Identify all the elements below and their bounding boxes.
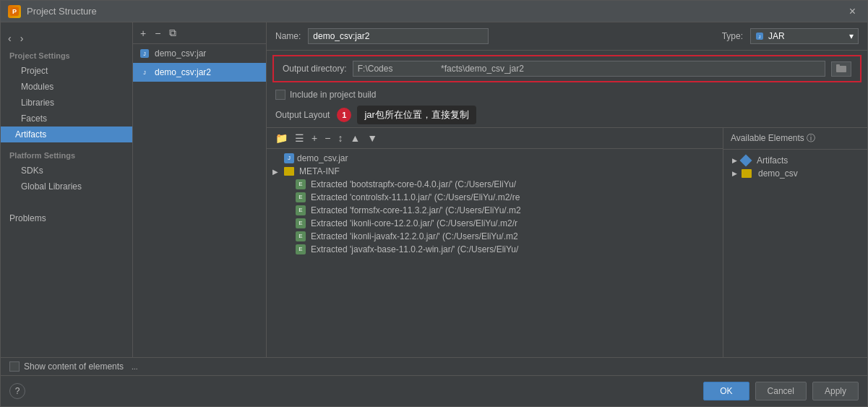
bottom-bar: Show content of elements ... ? OK Cancel… (1, 357, 867, 406)
show-content-row: Show content of elements ... (1, 358, 867, 376)
include-row: Include in project build (267, 87, 867, 103)
output-dir-row: Output directory: (272, 55, 861, 82)
tree-label-extract-0: Extracted 'bootstrapfx-core-0.4.0.jar/' … (311, 179, 516, 189)
tree-label-extract-2: Extracted 'formsfx-core-11.3.2.jar/' (C:… (311, 205, 521, 215)
output-toolbar-add[interactable]: + (309, 131, 320, 145)
tree-label-extract-1: Extracted 'controlsfx-11.1.0.jar/' (C:/U… (311, 192, 520, 202)
svg-text:J: J (143, 51, 146, 56)
main-content: ‹ › Project Settings Project Modules Lib… (1, 22, 867, 357)
close-button[interactable]: × (845, 4, 860, 20)
include-label: Include in project build (290, 90, 376, 100)
expand-demo-arrow: ▶ (732, 170, 737, 177)
navigation-buttons: ‹ › (1, 28, 132, 48)
extracted-icon-0: E (296, 179, 306, 189)
copy-artifact-button[interactable]: ⧉ (166, 25, 179, 40)
platform-settings-header: Platform Settings (1, 148, 132, 163)
jar-file-icon: J (284, 153, 294, 163)
project-structure-dialog: P Project Structure × ‹ › Project Settin… (0, 0, 868, 407)
sidebar-item-sdks[interactable]: SDKs (1, 163, 132, 179)
svg-rect-9 (836, 64, 840, 67)
svg-text:P: P (12, 8, 17, 15)
sidebar-item-problems[interactable]: Problems (1, 209, 132, 228)
project-settings-header: Project Settings (1, 48, 132, 63)
title-bar-left: P Project Structure (8, 5, 97, 18)
editor-header: Name: Type: J JAR ▾ (267, 22, 867, 51)
apply-button[interactable]: Apply (812, 382, 859, 400)
tooltip-bubble: 1 jar包所在位置，直接复制 (337, 106, 476, 124)
tree-item-extract-4[interactable]: E Extracted 'ikonli-javafx-12.2.0.jar/' … (267, 230, 723, 243)
available-elements-header: Available Elements ⓘ (723, 128, 867, 150)
sidebar-item-global-libraries[interactable]: Global Libraries (1, 179, 132, 194)
sidebar: ‹ › Project Settings Project Modules Lib… (1, 22, 133, 357)
right-tree-artifacts[interactable]: ▶ Artifacts (729, 154, 861, 167)
artifact-item-jar2[interactable]: J demo_csv:jar2 (133, 63, 266, 82)
right-panel-tree: ▶ Artifacts ▶ demo_csv (723, 150, 867, 184)
extracted-icon-2: E (296, 205, 306, 215)
add-artifact-button[interactable]: + (137, 26, 149, 40)
ok-button[interactable]: OK (703, 382, 749, 400)
sidebar-item-libraries[interactable]: Libraries (1, 95, 132, 111)
tree-label-extract-5: Extracted 'javafx-base-11.0.2-win.jar/' … (311, 244, 518, 254)
show-content-label: Show content of elements (24, 361, 124, 372)
jar-icon: J (139, 48, 150, 59)
sidebar-item-project[interactable]: Project (1, 63, 132, 79)
output-dir-input[interactable] (353, 61, 825, 77)
tree-item-jar[interactable]: J demo_csv.jar (267, 152, 723, 165)
sidebar-item-artifacts[interactable]: Artifacts (1, 127, 132, 142)
artifacts-icon (740, 155, 752, 167)
name-input[interactable] (308, 28, 489, 44)
forward-button[interactable]: › (17, 31, 27, 46)
tree-item-metainf[interactable]: ▶ META-INF (267, 165, 723, 178)
output-layout-label: Output Layout (275, 110, 330, 120)
extracted-icon-5: E (296, 244, 306, 254)
extracted-icon-3: E (296, 218, 306, 228)
browse-button[interactable] (831, 61, 851, 77)
cancel-button[interactable]: Cancel (755, 382, 807, 400)
artifacts-label: Artifacts (757, 155, 788, 166)
name-label: Name: (275, 31, 301, 41)
dialog-title: Project Structure (27, 6, 97, 17)
artifact-item-jar1[interactable]: J demo_csv:jar (133, 44, 266, 63)
tree-label-metainf: META-INF (299, 166, 340, 176)
artifact-list-panel: + − ⧉ J demo_csv:jar (133, 22, 267, 357)
output-toolbar-folder[interactable]: 📁 (272, 131, 291, 145)
expand-arrow-metainf: ▶ (272, 168, 281, 176)
svg-text:J: J (759, 35, 761, 39)
output-toolbar-up[interactable]: ▲ (347, 131, 363, 145)
include-checkbox[interactable] (275, 90, 285, 100)
output-toolbar-sort[interactable]: ↕ (335, 131, 345, 145)
output-layout-header: Output Layout 1 jar包所在位置，直接复制 (267, 103, 867, 128)
type-dropdown-arrow: ▾ (849, 31, 854, 41)
output-toolbar-remove[interactable]: − (322, 131, 333, 145)
svg-rect-8 (836, 66, 846, 72)
tree-item-extract-3[interactable]: E Extracted 'ikonli-core-12.2.0.jar/' (C… (267, 217, 723, 230)
right-tree-demo-csv[interactable]: ▶ demo_csv (729, 167, 861, 180)
tooltip-number: 1 (337, 108, 351, 122)
tree-item-extract-5[interactable]: E Extracted 'javafx-base-11.0.2-win.jar/… (267, 243, 723, 256)
output-toolbar-down[interactable]: ▼ (364, 131, 380, 145)
tree-item-extract-0[interactable]: E Extracted 'bootstrapfx-core-0.4.0.jar/… (267, 178, 723, 191)
title-bar: P Project Structure × (1, 1, 867, 22)
jar-icon-2: J (139, 67, 150, 78)
show-content-checkbox[interactable] (9, 361, 20, 372)
tree-item-extract-2[interactable]: E Extracted 'formsfx-core-11.3.2.jar/' (… (267, 204, 723, 217)
button-row: ? OK Cancel Apply (1, 376, 867, 406)
tree-label: demo_csv.jar (297, 153, 348, 163)
sidebar-item-modules[interactable]: Modules (1, 79, 132, 95)
demo-csv-folder-icon (742, 169, 752, 178)
help-button[interactable]: ? (9, 383, 25, 399)
right-panel: Available Elements ⓘ ▶ Artifacts ▶ demo_… (723, 128, 867, 357)
output-toolbar-filter[interactable]: ☰ (292, 131, 307, 145)
artifact-list: J demo_csv:jar J demo_csv:jar2 (133, 44, 266, 357)
demo-csv-label: demo_csv (758, 168, 798, 179)
sidebar-item-facets[interactable]: Facets (1, 111, 132, 127)
remove-artifact-button[interactable]: − (152, 26, 163, 40)
show-content-ellipsis-button[interactable]: ... (128, 362, 141, 372)
type-label: Type: (722, 31, 743, 41)
artifact-toolbar: + − ⧉ (133, 22, 266, 44)
back-button[interactable]: ‹ (5, 31, 14, 46)
tree-label-extract-3: Extracted 'ikonli-core-12.2.0.jar/' (C:/… (311, 218, 517, 228)
type-select[interactable]: J JAR ▾ (750, 28, 859, 44)
tree-label-extract-4: Extracted 'ikonli-javafx-12.2.0.jar/' (C… (311, 231, 518, 241)
tree-item-extract-1[interactable]: E Extracted 'controlsfx-11.1.0.jar/' (C:… (267, 191, 723, 204)
